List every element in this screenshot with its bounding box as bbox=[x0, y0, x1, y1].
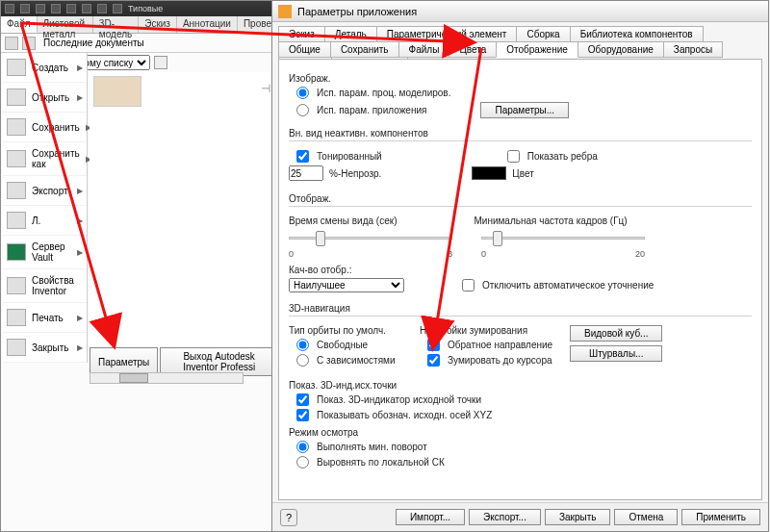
scroll-thumb[interactable] bbox=[119, 373, 148, 383]
tab-sheet-metal[interactable]: Листовой металл bbox=[38, 16, 93, 33]
menu-close[interactable]: Закрыть▶ bbox=[3, 333, 87, 363]
tab-assembly[interactable]: Сборка bbox=[516, 26, 570, 42]
radio-local[interactable] bbox=[296, 456, 309, 469]
menu-l[interactable]: Л.▶ bbox=[3, 206, 87, 236]
apply-button[interactable]: Применить bbox=[681, 509, 760, 525]
tab-annotations[interactable]: Аннотации bbox=[177, 16, 238, 33]
radio-orbit-dep[interactable] bbox=[296, 354, 309, 367]
menu-new[interactable]: Создать▶ bbox=[3, 53, 87, 83]
tab-3d-model[interactable]: 3D-модель bbox=[93, 16, 139, 33]
recent-docs-list: ⊣ bbox=[90, 72, 276, 361]
import-button[interactable]: Импорт... bbox=[396, 509, 465, 525]
menu-export[interactable]: Экспорт▶ bbox=[3, 176, 87, 206]
display-pane: Изображ. Исп. парам. проц. моделиров. Ис… bbox=[278, 59, 762, 500]
open-icon[interactable] bbox=[5, 37, 18, 50]
title-bar: Типовые bbox=[1, 1, 278, 16]
save-as-icon bbox=[7, 150, 26, 167]
radio-use-model-params[interactable] bbox=[296, 87, 309, 99]
radio-orbit-free[interactable] bbox=[296, 339, 309, 351]
file-menu: Создать▶ Открыть▶ Сохранить▶ Сохранить к… bbox=[3, 53, 88, 363]
color-swatch[interactable] bbox=[472, 166, 506, 180]
chevron-right-icon: ▶ bbox=[77, 248, 83, 257]
chk-zoom-cursor[interactable] bbox=[427, 354, 440, 367]
ribbon-tabs: Файл Листовой металл 3D-модель Эскиз Анн… bbox=[1, 16, 278, 34]
doc-thumb[interactable] bbox=[93, 76, 141, 107]
slider-min-fps[interactable] bbox=[481, 229, 645, 246]
tab-hardware[interactable]: Оборудование bbox=[578, 41, 664, 58]
menu-save[interactable]: Сохранить▶ bbox=[3, 113, 87, 142]
app-window: Типовые Файл Листовой металл 3D-модель Э… bbox=[0, 0, 279, 532]
slider-view-time[interactable] bbox=[289, 229, 452, 246]
qa-icon[interactable] bbox=[66, 4, 76, 13]
tab-part[interactable]: Деталь bbox=[324, 26, 377, 42]
opacity-input[interactable] bbox=[289, 165, 323, 181]
app-icon bbox=[5, 4, 14, 13]
pin-toggle-icon[interactable] bbox=[154, 56, 167, 69]
radio-min-rot[interactable] bbox=[296, 441, 309, 453]
group-3d-nav: 3D-навигация bbox=[289, 303, 752, 314]
tab-sketch[interactable]: Эскиз bbox=[278, 26, 325, 42]
export-button[interactable]: Экспорт... bbox=[469, 509, 541, 525]
qa-icon[interactable] bbox=[36, 4, 45, 13]
dialog-title: Параметры приложения bbox=[297, 6, 417, 17]
menu-vault[interactable]: Сервер Vault▶ bbox=[3, 236, 87, 269]
wheels-button[interactable]: Штурвалы... bbox=[570, 345, 662, 362]
menu-properties[interactable]: Свойства Inventor bbox=[3, 269, 87, 303]
chevron-right-icon: ▶ bbox=[77, 187, 83, 195]
group-appearance: Изображ. bbox=[289, 73, 752, 84]
menu-save-as[interactable]: Сохранить как▶ bbox=[3, 142, 87, 176]
group-view-mode: Режим осмотра bbox=[289, 427, 752, 438]
tab-prompts[interactable]: Запросы bbox=[663, 41, 723, 58]
open-icon bbox=[7, 89, 26, 106]
chevron-right-icon: ▶ bbox=[77, 93, 83, 102]
tab-save[interactable]: Сохранить bbox=[330, 41, 399, 58]
group-inactive: Вн. вид неактивн. компонентов bbox=[289, 128, 752, 139]
dialog-footer: ? Импорт... Экспорт... Закрыть Отмена Пр… bbox=[272, 502, 768, 531]
tab-file[interactable]: Файл bbox=[1, 16, 38, 33]
cancel-button[interactable]: Отмена bbox=[614, 509, 678, 525]
export-icon bbox=[7, 182, 26, 199]
chk-show-axes[interactable] bbox=[296, 409, 309, 421]
options-dialog: Параметры приложения Эскиз Деталь Параме… bbox=[271, 0, 769, 532]
tab-display[interactable]: Отображение bbox=[496, 41, 578, 58]
tab-general[interactable]: Общие bbox=[278, 41, 331, 58]
help-icon[interactable]: ? bbox=[280, 509, 297, 526]
chk-auto-refine[interactable] bbox=[462, 279, 475, 291]
quality-select[interactable]: Наилучшее bbox=[289, 278, 404, 292]
pin-icon[interactable]: ⊣ bbox=[261, 82, 270, 95]
chk-show-edges[interactable] bbox=[507, 150, 520, 163]
title-label: Типовые bbox=[128, 4, 163, 13]
viewcube-button[interactable]: Видовой куб... bbox=[570, 325, 662, 342]
print-icon bbox=[7, 309, 26, 326]
radio-use-app-params[interactable] bbox=[296, 104, 309, 116]
chk-show-origin[interactable] bbox=[296, 393, 309, 406]
tab-content-lib[interactable]: Библиотека компонентов bbox=[570, 26, 704, 42]
qa-icon[interactable] bbox=[20, 4, 30, 13]
chk-zoom-reverse[interactable] bbox=[427, 339, 440, 351]
recent-docs-label: Последние документы bbox=[43, 38, 144, 48]
chk-toned[interactable] bbox=[296, 150, 309, 163]
chevron-right-icon: ▶ bbox=[77, 314, 83, 322]
qa-icon[interactable] bbox=[51, 4, 61, 13]
qa-icon[interactable] bbox=[82, 4, 91, 13]
close-button[interactable]: Закрыть bbox=[545, 509, 611, 525]
tab-colors[interactable]: Цвета bbox=[449, 41, 497, 58]
params-button[interactable]: Параметры... bbox=[480, 102, 569, 118]
vault-icon bbox=[7, 243, 26, 261]
qa-icon[interactable] bbox=[97, 4, 107, 13]
new-icon[interactable] bbox=[22, 37, 36, 50]
group-origin: Показ. 3D-инд.исх.точки bbox=[289, 380, 752, 391]
tab-parametric[interactable]: Параметрический элемент bbox=[376, 26, 518, 42]
group-display: Отображ. bbox=[289, 193, 752, 204]
tab-sketch[interactable]: Эскиз bbox=[139, 16, 177, 33]
chevron-right-icon: ▶ bbox=[77, 343, 83, 352]
doc-icon bbox=[7, 212, 26, 229]
tab-files[interactable]: Файлы bbox=[398, 41, 450, 58]
props-icon bbox=[7, 277, 26, 294]
menu-open[interactable]: Открыть▶ bbox=[3, 83, 87, 113]
menu-print[interactable]: Печать▶ bbox=[3, 303, 87, 333]
recent-docs-header: Последние документы bbox=[43, 38, 144, 48]
chevron-right-icon: ▶ bbox=[77, 216, 83, 225]
h-scrollbar[interactable] bbox=[90, 372, 244, 384]
qa-icon[interactable] bbox=[113, 4, 122, 13]
